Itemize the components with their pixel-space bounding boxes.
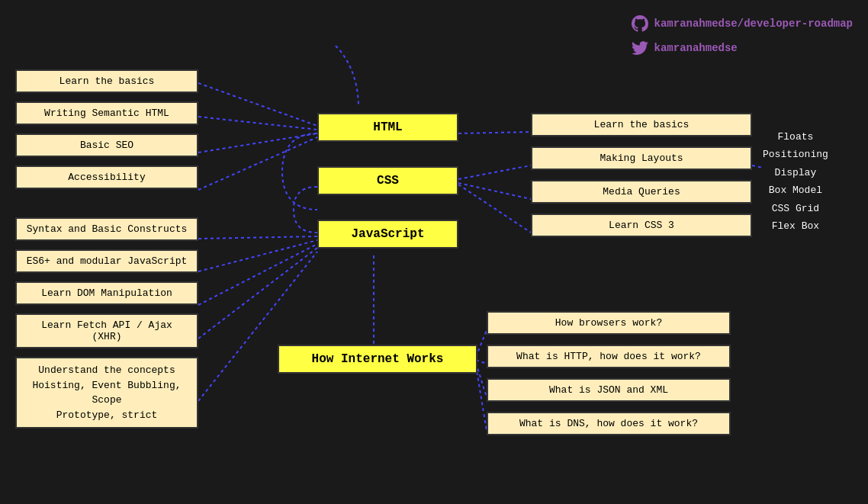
svg-line-13 — [752, 165, 763, 168]
es6-modular: ES6+ and modular JavaScript — [15, 249, 198, 273]
svg-line-17 — [476, 366, 487, 431]
learn-dom: Learn DOM Manipulation — [15, 281, 198, 305]
svg-line-5 — [198, 240, 317, 271]
header: kamranahmedse/developer-roadmap kamranah… — [632, 15, 853, 56]
how-browsers: How browsers work? — [487, 311, 731, 335]
main-container: kamranahmedse/developer-roadmap kamranah… — [0, 0, 868, 504]
html-node: HTML — [317, 113, 458, 142]
learn-basics-css: Learn the basics — [531, 113, 752, 136]
learn-basics-html: Learn the basics — [15, 69, 198, 93]
css-sub-item-flexbox: Flex Box — [763, 217, 828, 235]
css-sub-item-display: Display — [763, 164, 828, 181]
svg-line-9 — [458, 132, 531, 133]
syntax-constructs: Syntax and Basic Constructs — [15, 217, 198, 241]
github-icon — [632, 15, 648, 32]
svg-line-15 — [476, 360, 487, 364]
javascript-node: JavaScript — [317, 220, 458, 249]
github-link[interactable]: kamranahmedse/developer-roadmap — [632, 15, 853, 32]
svg-line-3 — [198, 137, 317, 190]
svg-line-4 — [198, 236, 317, 239]
making-layouts: Making Layouts — [531, 146, 752, 170]
svg-line-12 — [458, 185, 531, 233]
accessibility: Accessibility — [15, 165, 198, 189]
media-queries: Media Queries — [531, 180, 752, 204]
css-sub-item-floats: Floats — [763, 128, 828, 146]
what-http: What is HTTP, how does it work? — [487, 345, 731, 368]
css-node: CSS — [317, 166, 458, 195]
css-sub-list: Floats Positioning Display Box Model CSS… — [763, 128, 828, 235]
svg-line-8 — [198, 252, 317, 401]
css-sub-item-box-model: Box Model — [763, 181, 828, 199]
svg-line-2 — [198, 133, 317, 152]
svg-line-7 — [198, 248, 317, 339]
svg-line-14 — [476, 330, 487, 357]
how-internet-node: How Internet Works — [278, 345, 477, 374]
twitter-icon — [632, 40, 648, 56]
what-json: What is JSON and XML — [487, 378, 731, 402]
github-label: kamranahmedse/developer-roadmap — [654, 18, 853, 30]
svg-line-11 — [458, 183, 531, 199]
what-dns: What is DNS, how does it work? — [487, 412, 731, 435]
understand-concepts: Understand the conceptsHoisting, Event B… — [15, 357, 198, 429]
css-sub-item-positioning: Positioning — [763, 146, 828, 163]
svg-line-6 — [198, 244, 317, 305]
css-sub-item-css-grid: CSS Grid — [763, 200, 828, 217]
svg-line-0 — [198, 83, 317, 126]
twitter-label: kamranahmedse — [654, 42, 738, 54]
basic-seo: Basic SEO — [15, 133, 198, 157]
svg-line-16 — [476, 363, 487, 397]
learn-css3: Learn CSS 3 — [531, 213, 752, 237]
writing-semantic-html: Writing Semantic HTML — [15, 101, 198, 125]
twitter-link[interactable]: kamranahmedse — [632, 40, 853, 56]
learn-fetch: Learn Fetch API / Ajax (XHR) — [15, 313, 198, 348]
svg-line-1 — [198, 117, 317, 130]
svg-line-10 — [458, 165, 531, 179]
